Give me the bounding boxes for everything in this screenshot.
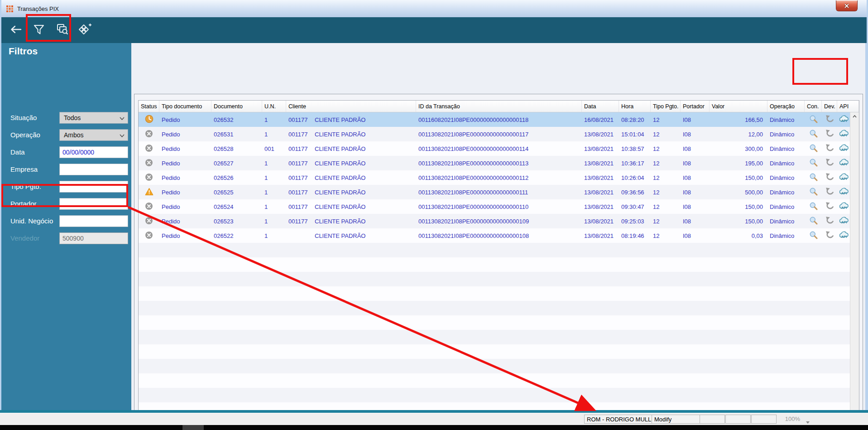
cell-valor: 12,00: [710, 127, 767, 141]
column-header-data[interactable]: Data: [582, 101, 619, 112]
undo-icon[interactable]: [825, 173, 834, 183]
table-row[interactable]: Pedido0265231001177CLIENTE PADRÃO0011308…: [139, 214, 850, 228]
api-cloud-icon[interactable]: API: [839, 187, 849, 197]
filter-input-tipo_pgto[interactable]: [59, 181, 128, 193]
cliente-codigo: 001177: [288, 218, 315, 225]
magnifier-icon[interactable]: [809, 231, 818, 241]
filters-sidebar: Filtros SituaçãoTodosOperaçãoAmbosDataEm…: [1, 43, 131, 410]
back-button[interactable]: [6, 20, 26, 40]
cell-tipo_pgto: 12: [651, 199, 681, 214]
column-header-portador[interactable]: Portador: [681, 101, 710, 112]
cell-operacao: Dinâmico: [767, 127, 805, 141]
table-row[interactable]: Pedido0265241001177CLIENTE PADRÃO0011308…: [139, 199, 850, 214]
undo-icon[interactable]: [825, 115, 834, 125]
close-button[interactable]: [836, 0, 858, 11]
column-header-tipo_documento[interactable]: Tipo documento: [159, 101, 211, 112]
filter-row-empresa: Empresa: [1, 164, 131, 175]
cell-con: [805, 112, 822, 127]
status-warning-icon: [145, 188, 153, 197]
table-row[interactable]: Pedido0265251001177CLIENTE PADRÃO0011308…: [139, 185, 850, 199]
cell-portador: I08: [681, 199, 710, 214]
undo-icon[interactable]: [825, 187, 834, 197]
column-header-dev[interactable]: Dev.: [822, 101, 837, 112]
column-header-hora[interactable]: Hora: [619, 101, 651, 112]
column-header-un[interactable]: U.N.: [262, 101, 286, 112]
cell-un: 1: [262, 185, 286, 199]
api-cloud-icon[interactable]: API: [839, 173, 849, 183]
api-cloud-icon[interactable]: API: [839, 129, 849, 139]
magnifier-icon[interactable]: [809, 158, 818, 168]
column-header-operacao[interactable]: Operação: [767, 101, 805, 112]
filter-input-empresa[interactable]: [59, 164, 128, 175]
filter-input-portador[interactable]: [59, 198, 128, 210]
zoom-dropdown-caret-icon[interactable]: [806, 417, 810, 425]
undo-icon[interactable]: [825, 216, 834, 226]
column-header-tipo_pgto[interactable]: Tipo Pgto.: [651, 101, 681, 112]
api-cloud-icon[interactable]: API: [839, 231, 849, 241]
table-row[interactable]: Pedido0265221CLIENTE PADRÃO00113082021I0…: [139, 228, 850, 243]
status-cancelled-icon: [145, 202, 153, 212]
table-row[interactable]: Pedido026528001001177CLIENTE PADRÃO00113…: [139, 141, 850, 156]
column-header-id_transacao[interactable]: ID da Transação: [416, 101, 582, 112]
magnifier-icon[interactable]: [809, 173, 818, 183]
magnifier-icon[interactable]: [809, 187, 818, 197]
api-cloud-icon[interactable]: API: [839, 115, 849, 125]
view-search-button[interactable]: [52, 20, 72, 40]
filter-select-situacao[interactable]: Todos: [59, 112, 128, 124]
table-row[interactable]: Pedido0265261001177CLIENTE PADRÃO0011308…: [139, 170, 850, 185]
cell-id_transacao: 00116082021I08PE000000000000000118: [416, 112, 582, 127]
filter-input-data[interactable]: [59, 146, 128, 158]
column-header-documento[interactable]: Documento: [211, 101, 262, 112]
magnifier-icon[interactable]: [809, 115, 818, 125]
empty-row: [139, 388, 850, 402]
cell-operacao: Dinâmico: [767, 185, 805, 199]
api-cloud-icon[interactable]: API: [839, 202, 849, 212]
undo-icon[interactable]: [825, 231, 834, 241]
cell-un: 001: [262, 141, 286, 156]
filter-row-vendedor: Vendedor: [1, 232, 131, 244]
scroll-up-arrow-icon[interactable]: [850, 112, 859, 121]
undo-icon[interactable]: [825, 158, 834, 168]
api-cloud-icon[interactable]: API: [839, 158, 849, 168]
magnifier-icon[interactable]: [809, 129, 818, 139]
column-header-cliente[interactable]: Cliente: [286, 101, 416, 112]
filter-label-vendedor: Vendedor: [10, 234, 39, 242]
status-bar: ROM - RODRIGO MULLER Modify 100%: [0, 413, 868, 425]
svg-text:API: API: [841, 119, 847, 123]
cell-data: 13/08/2021: [582, 156, 619, 170]
filter-button[interactable]: [29, 20, 49, 40]
cell-operacao: Dinâmico: [767, 228, 805, 243]
cell-portador: I08: [681, 112, 710, 127]
table-row[interactable]: Pedido0265321001177CLIENTE PADRÃO0011608…: [139, 112, 850, 127]
table-row[interactable]: Pedido0265271001177CLIENTE PADRÃO0011308…: [139, 156, 850, 170]
api-cloud-icon[interactable]: API: [839, 144, 849, 154]
vertical-scrollbar[interactable]: [850, 112, 859, 430]
undo-icon[interactable]: [825, 144, 834, 154]
column-header-con[interactable]: Con.: [805, 101, 822, 112]
cell-cliente: 001177CLIENTE PADRÃO: [286, 112, 416, 127]
undo-icon[interactable]: [825, 129, 834, 139]
empty-row: [139, 257, 850, 272]
empty-row: [139, 272, 850, 286]
column-header-status[interactable]: Status: [139, 101, 159, 112]
column-header-api[interactable]: API: [837, 101, 859, 112]
cell-documento: 026532: [211, 112, 262, 127]
status-mode-cell: Modify: [652, 415, 700, 424]
filter-input-unid_negocio[interactable]: [59, 215, 128, 227]
cell-documento: 026524: [211, 199, 262, 214]
modules-add-button[interactable]: [75, 20, 95, 40]
empty-row: [139, 301, 850, 315]
cell-operacao: Dinâmico: [767, 141, 805, 156]
magnifier-icon[interactable]: [809, 144, 818, 154]
cell-con: [805, 141, 822, 156]
filter-select-operacao[interactable]: Ambos: [59, 129, 128, 141]
table-row[interactable]: Pedido0265311001177CLIENTE PADRÃO0011308…: [139, 127, 850, 141]
toolbar: [1, 17, 867, 43]
cell-tipo_documento: Pedido: [159, 214, 211, 228]
column-header-valor[interactable]: Valor: [710, 101, 767, 112]
magnifier-icon[interactable]: [809, 216, 818, 226]
magnifier-icon[interactable]: [809, 202, 818, 212]
cell-cliente: 001177CLIENTE PADRÃO: [286, 141, 416, 156]
undo-icon[interactable]: [825, 202, 834, 212]
api-cloud-icon[interactable]: API: [839, 216, 849, 226]
